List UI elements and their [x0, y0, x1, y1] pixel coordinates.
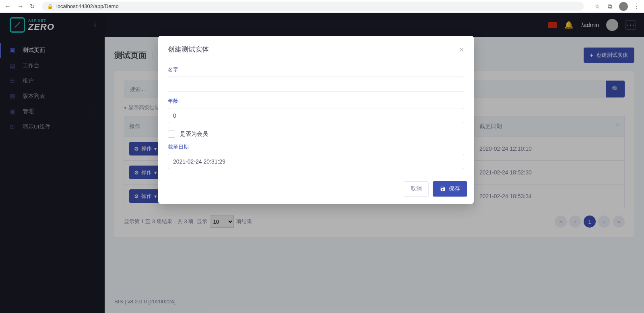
cancel-button[interactable]: 取消 [404, 181, 429, 197]
modal-header: 创建测试实体 × [158, 36, 474, 58]
app-shell: ASP.NET ZERO ‹ ▣ 测试页面 ▤ 工作台 ☰ 租户 ▦ 版本列表 [0, 13, 644, 313]
back-icon[interactable]: ← [4, 3, 11, 10]
modal-footer: 取消 保存 [158, 176, 474, 204]
label-deadline: 截至日期 [168, 143, 464, 151]
close-icon[interactable]: × [459, 46, 464, 54]
age-input[interactable] [168, 108, 464, 123]
save-icon [440, 186, 446, 192]
profile-avatar[interactable] [619, 2, 628, 11]
save-button[interactable]: 保存 [433, 181, 467, 197]
address-bar[interactable]: 🔒 localhost:44302/app/Demo [42, 2, 584, 11]
browser-toolbar: ← → ↻ 🔒 localhost:44302/app/Demo ☆ ⧉ ⋮ [0, 0, 644, 13]
create-entity-modal: 创建测试实体 × 名字 年龄 是否为会员 截至日期 取消 保存 [158, 36, 474, 204]
bookmark-star-icon[interactable]: ☆ [593, 3, 601, 10]
reload-icon[interactable]: ↻ [30, 3, 35, 10]
member-checkbox-label: 是否为会员 [180, 131, 208, 138]
url-text: localhost:44302/app/Demo [56, 3, 119, 9]
browser-menu-icon[interactable]: ⋮ [634, 2, 640, 10]
modal-title: 创建测试实体 [168, 45, 209, 54]
label-name: 名字 [168, 66, 464, 73]
name-input[interactable] [168, 77, 464, 92]
modal-body: 名字 年龄 是否为会员 截至日期 [158, 58, 474, 176]
member-checkbox-row: 是否为会员 [168, 131, 464, 138]
forward-icon[interactable]: → [17, 3, 24, 10]
deadline-input[interactable] [168, 154, 464, 169]
label-age: 年龄 [168, 97, 464, 105]
member-checkbox[interactable] [168, 131, 175, 138]
reading-list-icon[interactable]: ⧉ [606, 3, 613, 10]
save-button-label: 保存 [449, 185, 460, 193]
lock-icon: 🔒 [47, 4, 53, 9]
